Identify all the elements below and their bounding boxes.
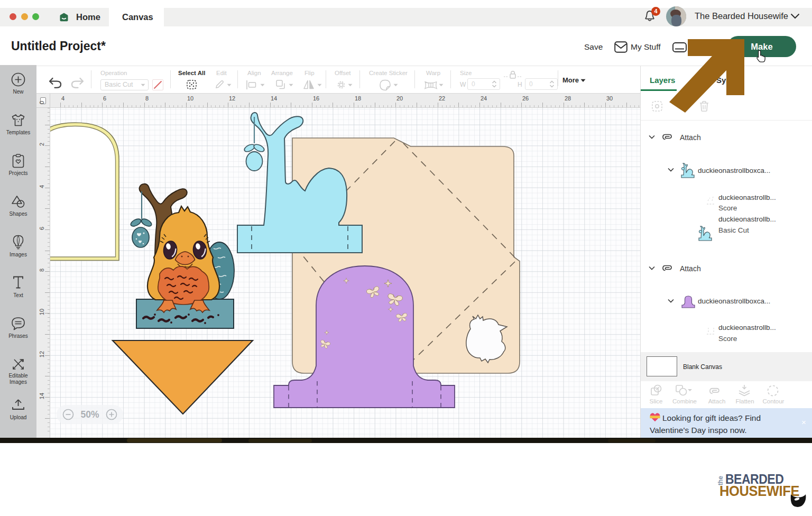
- svg-text:50%: 50%: [80, 409, 99, 420]
